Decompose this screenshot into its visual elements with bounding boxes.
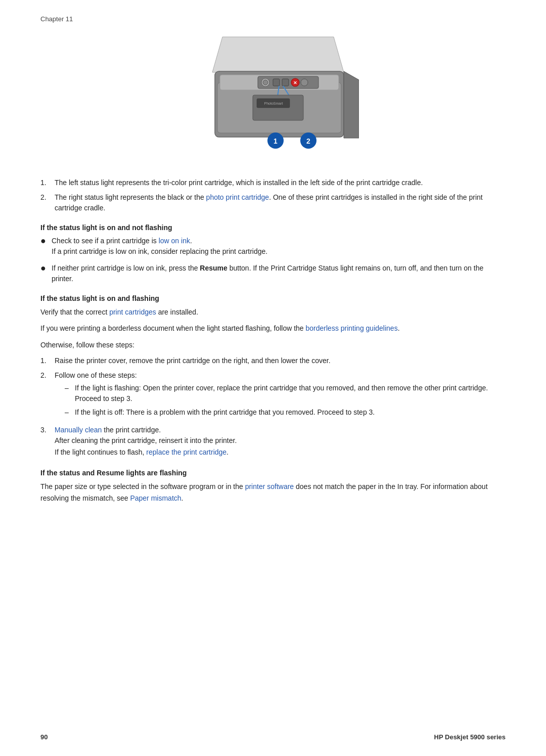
- dash-item-1-text: If the light is flashing: Open the print…: [75, 383, 506, 404]
- replace-print-cartridge-link[interactable]: replace the print cartridge: [146, 448, 226, 456]
- svg-text:1: 1: [274, 137, 278, 145]
- svg-text:2: 2: [306, 137, 310, 145]
- section1-bullets: ● Check to see if a print cartridge is l…: [40, 236, 506, 284]
- step-1-text: Raise the printer cover, remove the prin…: [55, 355, 506, 366]
- section1-heading: If the status light is on and not flashi…: [40, 224, 506, 232]
- printer-software-link[interactable]: printer software: [245, 482, 294, 491]
- page-number: 90: [40, 733, 48, 741]
- svg-point-6: [263, 80, 268, 85]
- intro-item-1-text: The left status light represents the tri…: [55, 177, 506, 188]
- step-2-text: Follow one of these steps: – If the ligh…: [55, 370, 506, 421]
- section1-bullet-1-text: Check to see if a print cartridge is low…: [52, 236, 506, 260]
- resume-bold: Resume: [200, 264, 227, 272]
- section1-bullet-1: ● Check to see if a print cartridge is l…: [40, 236, 506, 260]
- step-3-note-1: After cleaning the print cartridge, rein…: [55, 435, 506, 446]
- section1-bullet-1-note: If a print cartridge is low on ink, cons…: [52, 246, 506, 257]
- step-1: 1. Raise the printer cover, remove the p…: [40, 355, 506, 366]
- section3-heading: If the status and Resume lights are flas…: [40, 469, 506, 477]
- printer-image-container: ✕ PhotoSmart 1: [40, 32, 506, 163]
- dash-item-1: – If the light is flashing: Open the pri…: [65, 383, 506, 404]
- step-3-note-2: If the light continues to flash, replace…: [55, 447, 506, 458]
- section3-para1: The paper size or type selected in the s…: [40, 481, 506, 504]
- svg-text:PhotoSmart: PhotoSmart: [264, 102, 283, 105]
- step-2: 2. Follow one of these steps: – If the l…: [40, 370, 506, 421]
- svg-marker-17: [344, 71, 359, 138]
- section1-bullet-2-text: If neither print cartridge is low on ink…: [52, 263, 506, 284]
- svg-rect-8: [282, 79, 289, 86]
- section2-para2: If you were printing a borderless docume…: [40, 323, 506, 334]
- dash-icon-2: –: [65, 407, 75, 418]
- intro-item-2-text: The right status light represents the bl…: [55, 192, 506, 213]
- bullet-icon-2: ●: [40, 263, 52, 274]
- page-footer: 90 HP Deskjet 5900 series: [40, 733, 506, 741]
- step-2-num: 2.: [40, 370, 55, 381]
- dash-item-2: – If the light is off: There is a proble…: [65, 407, 506, 418]
- svg-point-11: [301, 79, 308, 86]
- low-on-ink-link[interactable]: low on ink: [159, 237, 190, 245]
- section1-bullet-2: ● If neither print cartridge is low on i…: [40, 263, 506, 284]
- step-1-num: 1.: [40, 355, 55, 366]
- intro-item-1-num: 1.: [40, 177, 55, 188]
- section2-steps: 1. Raise the printer cover, remove the p…: [40, 355, 506, 459]
- manually-clean-link[interactable]: Manually clean: [55, 426, 102, 434]
- step-2-dash-list: – If the light is flashing: Open the pri…: [55, 383, 506, 418]
- chapter-label: Chapter 11: [40, 15, 506, 23]
- svg-text:✕: ✕: [293, 80, 297, 85]
- step-2-label: Follow one of these steps:: [55, 371, 137, 379]
- dash-icon-1: –: [65, 383, 75, 404]
- intro-item-2-num: 2.: [40, 192, 55, 213]
- intro-list-item-1: 1. The left status light represents the …: [40, 177, 506, 188]
- section2-para1: Verify that the correct print cartridges…: [40, 306, 506, 318]
- svg-marker-0: [212, 37, 344, 72]
- section2-para3: Otherwise, follow these steps:: [40, 339, 506, 350]
- printer-illustration: ✕ PhotoSmart 1: [187, 32, 359, 163]
- section2-heading: If the status light is on and flashing: [40, 294, 506, 302]
- intro-list-item-2: 2. The right status light represents the…: [40, 192, 506, 213]
- dash-item-2-text: If the light is off: There is a problem …: [75, 407, 506, 418]
- svg-rect-7: [273, 79, 280, 86]
- paper-mismatch-link[interactable]: Paper mismatch: [130, 494, 181, 502]
- borderless-printing-guidelines-link[interactable]: borderless printing guidelines: [306, 324, 398, 332]
- step-3-text: Manually clean the print cartridge. Afte…: [55, 425, 506, 459]
- bullet-icon-1: ●: [40, 236, 52, 247]
- print-cartridges-link[interactable]: print cartridges: [109, 308, 156, 316]
- step-3: 3. Manually clean the print cartridge. A…: [40, 425, 506, 459]
- intro-list: 1. The left status light represents the …: [40, 177, 506, 213]
- photo-print-cartridge-link[interactable]: photo print cartridge: [206, 193, 269, 201]
- step-3-num: 3.: [40, 425, 55, 435]
- product-name: HP Deskjet 5900 series: [434, 733, 506, 741]
